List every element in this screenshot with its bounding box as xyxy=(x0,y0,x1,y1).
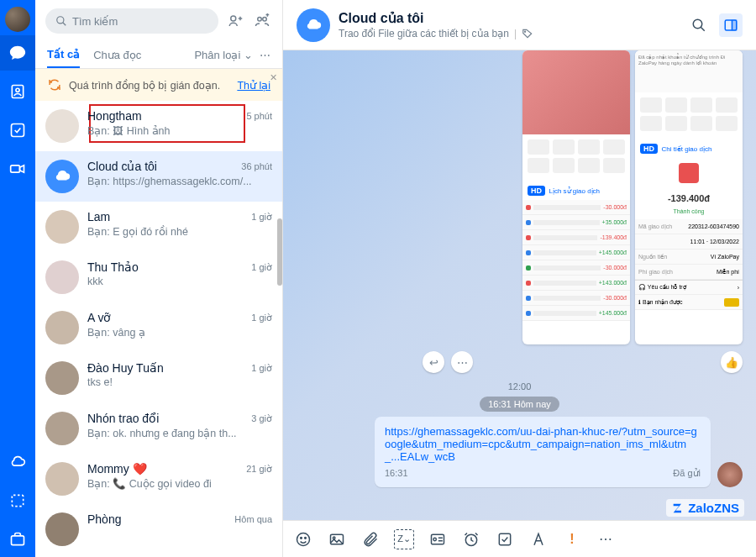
reminder-icon[interactable] xyxy=(461,529,481,549)
avatar xyxy=(45,462,79,496)
avatar xyxy=(45,311,79,344)
sync-text: Quá trình đồng bộ bị gián đoạn. xyxy=(69,79,220,92)
chat-item[interactable]: Phòng Hôm qua xyxy=(35,504,282,554)
hd-badge: HD xyxy=(528,186,545,196)
svg-point-14 xyxy=(297,533,310,545)
chat-preview: Bạn: 📞 Cuộc gọi video đi xyxy=(87,477,272,490)
rail-briefcase-icon[interactable] xyxy=(0,522,35,557)
search-input[interactable]: Tìm kiếm xyxy=(45,8,218,34)
composer-more-icon[interactable]: ⋯ xyxy=(596,529,616,549)
transaction-amount: -139.400đ xyxy=(635,188,743,208)
rail-video-icon[interactable] xyxy=(0,151,35,187)
chat-item[interactable]: Cloud của tôiBạn: https://ghemassageklc.… xyxy=(35,151,282,202)
chat-preview: Bạn: ok. nhưng e đang bận th... xyxy=(87,427,272,439)
rail-contacts-icon[interactable] xyxy=(0,74,35,109)
avatar xyxy=(45,512,79,546)
chat-time: 5 phút xyxy=(246,111,272,121)
sidebar-toggle-icon[interactable] xyxy=(719,13,743,37)
attach-icon[interactable] xyxy=(360,529,381,549)
avatar xyxy=(45,109,79,143)
image-attachment[interactable]: Đã cập nhật khoản từ chương trình Đi Zal… xyxy=(635,50,743,344)
chat-item[interactable]: HongthamBạn: 🖼 Hình ảnh 5 phút xyxy=(35,101,282,151)
search-in-chat-icon[interactable] xyxy=(687,13,711,37)
chat-preview: Bạn: vâng ạ xyxy=(87,326,272,339)
search-placeholder: Tìm kiếm xyxy=(72,15,118,28)
rail-chat-icon[interactable] xyxy=(0,35,35,71)
rail-cloud-icon[interactable] xyxy=(0,444,35,480)
user-avatar[interactable] xyxy=(5,7,30,32)
sent-time: 16:31 xyxy=(385,468,408,479)
svg-point-9 xyxy=(263,18,267,22)
chat-item[interactable]: Nhón trao đổiBạn: ok. nhưng e đang bận t… xyxy=(35,403,282,454)
svg-point-20 xyxy=(433,538,436,540)
search-icon xyxy=(55,15,67,27)
sync-icon xyxy=(47,77,62,92)
message-row: https://ghemassageklc.com/uu-dai-phan-kh… xyxy=(297,417,743,487)
svg-point-10 xyxy=(525,31,526,32)
chat-name: A vỡ xyxy=(87,311,272,324)
chevron-down-icon: ⌄ xyxy=(244,49,253,61)
svg-point-16 xyxy=(305,537,307,539)
create-group-icon[interactable] xyxy=(252,11,272,31)
cloud-avatar xyxy=(297,8,330,42)
svg-rect-13 xyxy=(732,20,737,30)
screenshot-icon[interactable]: Z⌄ xyxy=(394,529,414,549)
tab-all[interactable]: Tất cả xyxy=(47,42,80,68)
rail-todo-icon[interactable] xyxy=(0,113,35,148)
chat-item[interactable]: Thu Thảokkk 1 giờ xyxy=(35,252,282,302)
date-divider: 16:31 Hôm nay xyxy=(480,397,559,412)
svg-rect-3 xyxy=(11,166,20,172)
retry-link[interactable]: Thử lại xyxy=(237,79,270,92)
add-friend-icon[interactable] xyxy=(225,11,245,31)
svg-rect-4 xyxy=(12,495,23,506)
chat-preview: Bạn: E gọi đó rồi nhé xyxy=(87,225,272,238)
task-icon[interactable] xyxy=(495,529,515,549)
composer-toolbar: Z⌄ ! ⋯ xyxy=(283,520,756,557)
message-area[interactable]: HD Lịch sử giao dịch -30.000đ +35.000đ -… xyxy=(283,50,756,520)
chat-time: Hôm qua xyxy=(234,514,272,524)
sent-status: Đã gửi xyxy=(673,468,701,479)
svg-rect-2 xyxy=(12,124,24,137)
chat-item[interactable]: LamBạn: E gọi đó rồi nhé 1 giờ xyxy=(35,202,282,252)
svg-point-11 xyxy=(693,19,702,29)
image-icon[interactable] xyxy=(327,529,347,549)
chat-name: Lam xyxy=(87,210,272,223)
image-attachment[interactable]: HD Lịch sử giao dịch -30.000đ +35.000đ -… xyxy=(522,50,630,344)
nav-rail xyxy=(0,0,35,557)
chat-time: 21 giờ xyxy=(246,464,272,475)
chat-time: 3 giờ xyxy=(251,413,272,424)
sticker-icon[interactable] xyxy=(293,529,313,549)
chat-item[interactable]: Mommy ❤️Bạn: 📞 Cuộc gọi video đi 21 giờ xyxy=(35,454,282,504)
svg-point-7 xyxy=(231,16,236,21)
image-message-group: HD Lịch sử giao dịch -30.000đ +35.000đ -… xyxy=(297,50,743,344)
chat-name: Đào Huy Tuấn xyxy=(87,361,272,375)
chat-title: Cloud của tôi xyxy=(339,10,533,26)
tab-unread[interactable]: Chưa đọc xyxy=(93,42,141,68)
sidebar: Tìm kiếm Tất cả Chưa đọc Phân loại ⌄ ⋯ Q… xyxy=(35,0,283,557)
tag-icon[interactable] xyxy=(522,28,533,39)
svg-rect-5 xyxy=(12,536,24,545)
like-icon[interactable]: 👍 xyxy=(721,351,743,373)
rail-capture-icon[interactable] xyxy=(0,483,35,518)
cloud-avatar xyxy=(45,160,79,193)
message-time: 12:00 xyxy=(297,381,743,391)
priority-icon[interactable]: ! xyxy=(562,529,582,549)
reply-icon[interactable]: ↩ xyxy=(423,351,444,373)
chat-time: 1 giờ xyxy=(251,313,272,323)
card-icon[interactable] xyxy=(428,529,448,549)
more-icon[interactable]: ⋯ xyxy=(451,351,473,373)
chat-item[interactable]: Đào Huy Tuấntks e! 1 giờ xyxy=(35,353,282,403)
message-bubble[interactable]: https://ghemassageklc.com/uu-dai-phan-kh… xyxy=(375,417,711,487)
classify-dropdown[interactable]: Phân loại ⌄ xyxy=(194,49,253,61)
format-icon[interactable] xyxy=(528,529,549,549)
chat-time: 36 phút xyxy=(241,161,272,171)
chat-name: Mommy ❤️ xyxy=(87,462,272,476)
more-icon[interactable]: ⋯ xyxy=(260,49,270,61)
avatar xyxy=(45,210,79,244)
chat-item[interactable]: A vỡBạn: vâng ạ 1 giờ xyxy=(35,302,282,353)
chat-header: Cloud của tôi Trao đổi File giữa các thi… xyxy=(283,0,756,50)
hd-badge: HD xyxy=(640,144,658,154)
close-icon[interactable]: ✕ xyxy=(270,72,277,83)
chat-main: Cloud của tôi Trao đổi File giữa các thi… xyxy=(283,0,756,557)
chat-preview: kkk xyxy=(87,276,272,287)
